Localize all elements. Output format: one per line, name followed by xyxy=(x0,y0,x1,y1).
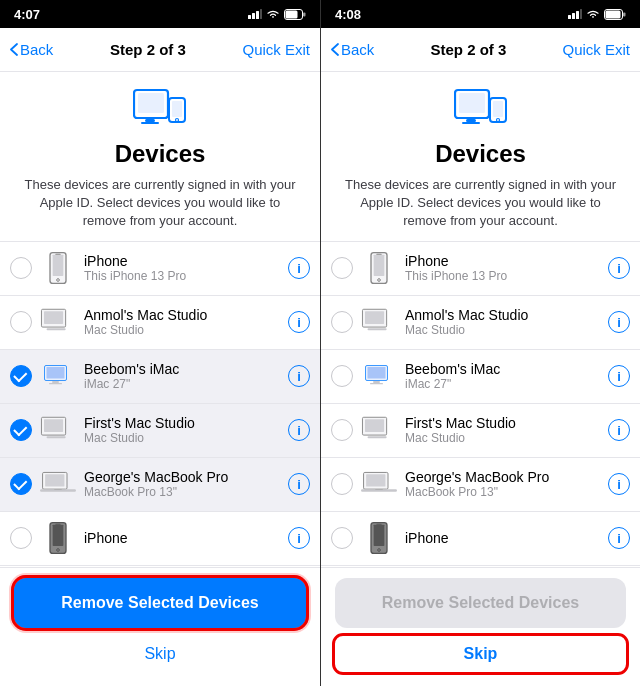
back-button[interactable]: Back xyxy=(10,41,53,58)
back-label: Back xyxy=(341,41,374,58)
svg-rect-20 xyxy=(47,328,66,330)
status-bar: 4:08 xyxy=(321,0,640,28)
device-checkbox[interactable] xyxy=(331,311,353,333)
svg-rect-17 xyxy=(55,254,60,255)
device-info: Beebom's iMaciMac 27" xyxy=(405,361,608,391)
svg-rect-42 xyxy=(623,12,626,16)
remove-selected-devices-button[interactable]: Remove Selected Devices xyxy=(14,578,306,628)
device-checkbox[interactable] xyxy=(331,419,353,441)
page-description: These devices are currently signed in wi… xyxy=(0,176,320,241)
device-checkbox[interactable] xyxy=(10,473,32,495)
device-checkbox[interactable] xyxy=(10,365,32,387)
svg-rect-3 xyxy=(260,9,262,19)
device-item[interactable]: First's Mac StudioMac Studioi xyxy=(321,404,640,458)
svg-rect-22 xyxy=(47,367,65,379)
device-type-icon xyxy=(361,412,397,448)
device-info-button[interactable]: i xyxy=(608,419,630,441)
skip-button[interactable]: Skip xyxy=(335,636,626,672)
device-type-icon xyxy=(40,520,76,556)
device-info-button[interactable]: i xyxy=(608,473,630,495)
back-button[interactable]: Back xyxy=(331,41,374,58)
devices-icon xyxy=(454,86,508,134)
svg-rect-58 xyxy=(368,367,386,379)
device-name-label: First's Mac Studio xyxy=(405,415,608,431)
device-model-label: Mac Studio xyxy=(84,431,288,445)
device-model-label: iMac 27" xyxy=(84,377,288,391)
device-item[interactable]: Anmol's Mac StudioMac Studioi xyxy=(321,296,640,350)
device-info-button[interactable]: i xyxy=(288,365,310,387)
device-checkbox[interactable] xyxy=(331,365,353,387)
device-info: George's MacBook ProMacBook Pro 13" xyxy=(84,469,288,499)
device-item[interactable]: Beebom's iMaciMac 27"i xyxy=(0,350,320,404)
nav-bar: BackStep 2 of 3Quick Exit xyxy=(0,28,320,72)
info-icon: i xyxy=(297,478,301,491)
device-info-button[interactable]: i xyxy=(288,419,310,441)
devices-icon xyxy=(133,86,187,134)
device-item[interactable]: George's MacBook ProMacBook Pro 13"i xyxy=(0,458,320,512)
device-checkbox[interactable] xyxy=(331,527,353,549)
device-info-button[interactable]: i xyxy=(288,473,310,495)
svg-rect-69 xyxy=(374,525,385,546)
device-info: iPhone xyxy=(405,530,608,546)
device-info-button[interactable]: i xyxy=(288,257,310,279)
svg-rect-65 xyxy=(366,474,385,486)
device-checkbox[interactable] xyxy=(10,257,32,279)
info-icon: i xyxy=(617,478,621,491)
page-title: Devices xyxy=(0,140,320,176)
device-info-button[interactable]: i xyxy=(288,527,310,549)
device-name-label: George's MacBook Pro xyxy=(405,469,608,485)
device-info-button[interactable]: i xyxy=(608,527,630,549)
screen-left: 4:07 BackStep 2 of 3Quick Exit Devic xyxy=(0,0,320,686)
device-type-icon xyxy=(361,358,397,394)
device-info: iPhoneThis iPhone 13 Pro xyxy=(405,253,608,283)
info-icon: i xyxy=(617,532,621,545)
back-chevron-icon xyxy=(10,43,18,56)
device-item[interactable]: iPhonei xyxy=(321,512,640,566)
device-item[interactable]: Beebom's iMaciMac 27"i xyxy=(321,350,640,404)
device-item[interactable]: iPhoneThis iPhone 13 Proi xyxy=(321,242,640,296)
device-checkbox[interactable] xyxy=(331,473,353,495)
signal-icon xyxy=(248,9,262,19)
svg-point-13 xyxy=(176,119,179,122)
svg-rect-0 xyxy=(248,15,251,19)
svg-rect-19 xyxy=(44,311,63,324)
info-icon: i xyxy=(617,262,621,275)
devices-icon-area xyxy=(0,72,320,140)
device-checkbox[interactable] xyxy=(331,257,353,279)
back-label: Back xyxy=(20,41,53,58)
quick-exit-button[interactable]: Quick Exit xyxy=(242,41,310,58)
device-name-label: First's Mac Studio xyxy=(84,415,288,431)
device-item[interactable]: iPhonei xyxy=(0,512,320,566)
device-model-label: Mac Studio xyxy=(84,323,288,337)
device-item[interactable]: Anmol's Mac StudioMac Studioi xyxy=(0,296,320,350)
device-type-icon xyxy=(361,520,397,556)
skip-button[interactable]: Skip xyxy=(14,636,306,672)
device-model-label: iMac 27" xyxy=(405,377,608,391)
device-item[interactable]: George's MacBook ProMacBook Pro 13"i xyxy=(321,458,640,512)
svg-rect-29 xyxy=(45,474,64,486)
quick-exit-button[interactable]: Quick Exit xyxy=(562,41,630,58)
device-info-button[interactable]: i xyxy=(608,365,630,387)
svg-rect-2 xyxy=(256,11,259,19)
battery-icon xyxy=(604,9,626,20)
device-info: Beebom's iMaciMac 27" xyxy=(84,361,288,391)
status-time: 4:07 xyxy=(14,7,40,22)
device-checkbox[interactable] xyxy=(10,419,32,441)
device-item[interactable]: iPhoneThis iPhone 13 Proi xyxy=(0,242,320,296)
device-checkbox[interactable] xyxy=(10,311,32,333)
device-info-button[interactable]: i xyxy=(608,311,630,333)
device-info-button[interactable]: i xyxy=(608,257,630,279)
svg-rect-41 xyxy=(606,10,621,18)
svg-rect-59 xyxy=(373,381,380,383)
svg-rect-24 xyxy=(49,383,62,384)
svg-rect-8 xyxy=(138,93,164,113)
device-model-label: Mac Studio xyxy=(405,323,608,337)
svg-rect-5 xyxy=(286,10,298,18)
svg-rect-6 xyxy=(303,12,306,16)
device-item[interactable]: First's Mac StudioMac Studioi xyxy=(0,404,320,458)
device-info-button[interactable]: i xyxy=(288,311,310,333)
device-checkbox[interactable] xyxy=(10,527,32,549)
device-name-label: Anmol's Mac Studio xyxy=(405,307,608,323)
svg-rect-38 xyxy=(576,11,579,19)
svg-rect-9 xyxy=(145,119,155,122)
